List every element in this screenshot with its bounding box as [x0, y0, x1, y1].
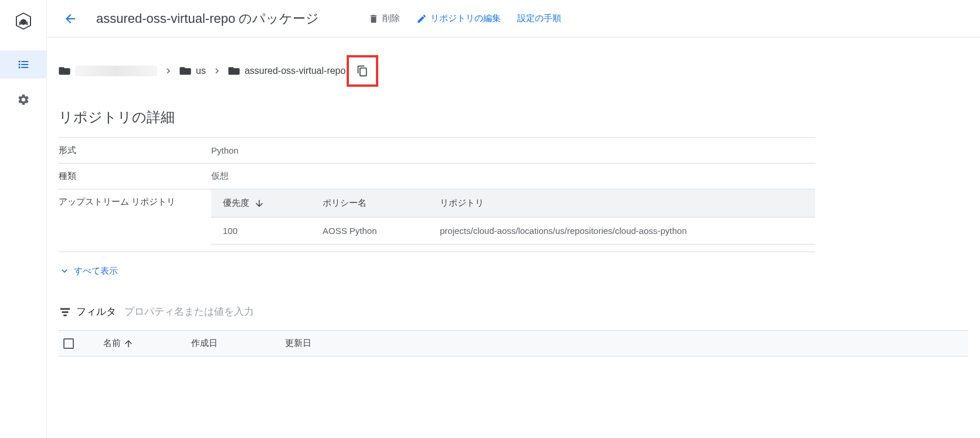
chevron-right-icon — [163, 66, 174, 76]
breadcrumb-location[interactable]: us — [179, 66, 206, 76]
breadcrumb-repo-label: assured-oss-virtual-repo — [245, 66, 346, 76]
filter-label-group: フィルタ — [59, 305, 116, 318]
upstream-header-policy[interactable]: ポリシー名 — [311, 189, 428, 218]
breadcrumb-repo[interactable]: assured-oss-virtual-repo — [228, 66, 346, 76]
breadcrumb-project[interactable] — [59, 66, 157, 76]
nav-settings[interactable] — [9, 86, 38, 114]
arrow-down-icon — [254, 198, 265, 208]
arrow-up-icon — [123, 338, 134, 349]
select-all-checkbox[interactable] — [63, 338, 74, 349]
svg-rect-0 — [18, 61, 20, 63]
upstream-row: 100 AOSS Python projects/cloud-aoss/loca… — [211, 218, 815, 245]
svg-rect-4 — [18, 67, 20, 69]
show-all-button[interactable]: すべて表示 — [59, 265, 968, 277]
sidebar — [0, 0, 47, 438]
upstream-repo: projects/cloud-aoss/locations/us/reposit… — [428, 218, 815, 245]
page-header: assured-oss-virtual-repo のパッケージ 削除 リポジトリ… — [47, 0, 980, 38]
package-table-header: 名前 作成日 更新日 — [59, 330, 968, 356]
name-column-header[interactable]: 名前 — [103, 338, 168, 349]
chevron-right-icon — [212, 66, 222, 76]
created-column-label: 作成日 — [191, 338, 218, 349]
type-label: 種類 — [59, 164, 211, 189]
header-actions: 削除 リポジトリの編集 設定の手順 — [368, 13, 561, 24]
upstream-table: 優先度 ポリシー名 リポジトリ 100 AOSS Python proj — [211, 189, 815, 245]
product-logo — [11, 8, 36, 34]
page-title: assured-oss-virtual-repo のパッケージ — [96, 10, 319, 28]
created-column-header[interactable]: 作成日 — [191, 338, 262, 349]
upstream-label: アップストリーム リポジトリ — [59, 189, 211, 245]
updated-column-header[interactable]: 更新日 — [285, 338, 311, 349]
content-area: us assured-oss-virtual-repo リポジトリの詳細 形式 … — [47, 38, 980, 374]
name-column-label: 名前 — [103, 338, 121, 349]
format-value: Python — [211, 138, 815, 164]
upstream-header-repo[interactable]: リポジトリ — [428, 189, 815, 218]
breadcrumb: us assured-oss-virtual-repo — [59, 55, 968, 87]
updated-column-label: 更新日 — [285, 338, 311, 349]
setup-label: 設定の手順 — [517, 13, 561, 24]
format-label: 形式 — [59, 138, 211, 164]
main-content: assured-oss-virtual-repo のパッケージ 削除 リポジトリ… — [47, 0, 980, 438]
show-all-label: すべて表示 — [74, 266, 118, 277]
edit-label: リポジトリの編集 — [430, 13, 501, 24]
upstream-header-priority[interactable]: 優先度 — [211, 189, 311, 218]
edit-button[interactable]: リポジトリの編集 — [416, 13, 501, 24]
svg-rect-2 — [18, 64, 20, 66]
priority-header-label: 優先度 — [223, 198, 249, 208]
upstream-policy: AOSS Python — [311, 218, 428, 245]
project-name-redacted — [75, 66, 157, 76]
svg-rect-1 — [21, 61, 28, 62]
delete-label: 削除 — [382, 13, 400, 24]
details-section-title: リポジトリの詳細 — [59, 108, 968, 127]
filter-label-text: フィルタ — [76, 305, 116, 318]
type-value: 仮想 — [211, 164, 815, 189]
upstream-priority: 100 — [211, 218, 311, 245]
details-table: 形式 Python 種類 仮想 アップストリーム リポジトリ 優先度 — [59, 137, 815, 245]
filter-input[interactable] — [124, 306, 968, 318]
svg-rect-3 — [21, 64, 28, 65]
delete-button[interactable]: 削除 — [368, 13, 400, 24]
setup-button[interactable]: 設定の手順 — [517, 13, 561, 24]
copy-path-button[interactable] — [347, 55, 378, 87]
nav-list[interactable] — [0, 50, 47, 79]
back-button[interactable] — [59, 7, 82, 30]
filter-icon — [59, 305, 72, 318]
filter-bar: フィルタ — [59, 300, 968, 323]
breadcrumb-location-label: us — [196, 66, 206, 76]
svg-rect-5 — [21, 67, 28, 68]
